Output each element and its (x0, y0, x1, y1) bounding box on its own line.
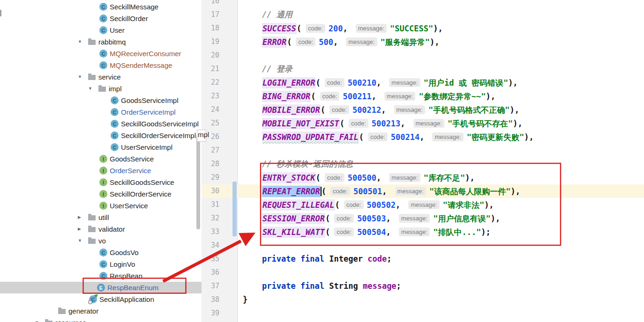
tree-item-utill[interactable]: ▶utill (0, 212, 202, 223)
tree-item-SeckillOrderService[interactable]: ISeckillOrderService (0, 188, 202, 200)
code-line-22[interactable]: 22LOGIN_ERROR(code:500210,message:"用户id … (202, 76, 644, 89)
tree-item-OrderService[interactable]: IOrderService (0, 165, 202, 176)
code-token-com: // 通用 (262, 10, 292, 19)
tree-item-vo[interactable]: ▼vo (0, 235, 202, 247)
tree-item-GoodsServiceImpl[interactable]: CGoodsServiceImpl (0, 95, 202, 106)
tree-item-SeckillGoodsService[interactable]: ISeckillGoodsService (0, 176, 202, 188)
code-line-20[interactable]: 20 (202, 49, 644, 62)
code-line-34[interactable]: 34 (202, 239, 644, 252)
tree-item-LoginVo[interactable]: CLoginVo (0, 258, 202, 270)
tree-item-SeckillMessage[interactable]: CSeckillMessage (0, 1, 202, 13)
code-text: SESSION_ERROR(code:500503,message:"用户信息有… (238, 212, 500, 225)
tree-item-OrderServiceImpl[interactable]: COrderServiceImpl (0, 106, 202, 118)
code-token-pln: , (419, 132, 424, 142)
code-token-enum: LOGIN_ERROR (262, 77, 316, 88)
interface-icon: I (99, 178, 107, 186)
code-token-num: 500503 (357, 214, 386, 223)
tree-item-RespBean[interactable]: CRespBean (0, 270, 202, 282)
tree-item-GoodsVo[interactable]: CGoodsVo (0, 247, 202, 258)
code-token-pln: , (343, 24, 347, 33)
code-line-17[interactable]: 17// 通用 (202, 8, 644, 22)
code-token-str: "参数绑定异常~~" (419, 92, 486, 101)
tree-item-service[interactable]: ▼service (0, 71, 202, 83)
tree-item-validator[interactable]: ▶validator (0, 223, 202, 235)
code-line-19[interactable]: 19ERROR(code:500,message:"服务端异常"), (202, 35, 644, 49)
code-token-pln: ), (486, 92, 495, 101)
chevron-expanded-icon[interactable]: ▼ (78, 239, 82, 243)
code-token-enum: MOBILE_NOT_EXIST (262, 118, 340, 129)
parameter-hint: code: (296, 37, 315, 46)
parameter-hint: code: (334, 214, 354, 223)
code-line-32[interactable]: 32SESSION_ERROR(code:500503,message:"用户信… (202, 212, 644, 225)
code-line-36[interactable]: 36 (202, 266, 644, 279)
parameter-hint: message: (346, 37, 377, 46)
code-line-27[interactable]: 27 (202, 144, 644, 157)
code-line-37[interactable]: 37private final String message; (202, 279, 644, 293)
line-number: 31 (202, 200, 219, 209)
code-text: ERROR(code:500,message:"服务端异常"), (238, 35, 440, 49)
code-line-25[interactable]: 25MOBILE_NOT_EXIST(code:500213,message:"… (202, 117, 644, 130)
chevron-expanded-icon[interactable]: ▼ (88, 87, 92, 91)
tree-item-label: rabbitmq (98, 37, 126, 46)
code-token-pln: ; (387, 254, 391, 263)
tree-item-RespBeanEnum[interactable]: ERespBeanEnum (0, 282, 202, 293)
code-line-23[interactable]: 23BING_ERROR(code:500211,message:"参数绑定异常… (202, 89, 644, 103)
code-line-35[interactable]: 35private final Integer code; (202, 252, 644, 266)
code-line-26[interactable]: 26PASSWROD_UPDATE_FAIL(code:500214,messa… (202, 130, 644, 144)
code-line-38[interactable]: 38} (202, 293, 644, 307)
code-text: LOGIN_ERROR(code:500210,message:"用户id 或 … (238, 76, 518, 89)
code-token-num: 500211 (343, 92, 371, 101)
code-token-pln: ( (359, 132, 364, 142)
tree-item-rabbitmq[interactable]: ▼rabbitmq (0, 36, 202, 48)
chevron-collapsed-icon[interactable]: ▶ (78, 227, 81, 231)
tree-item-resources[interactable]: ▼resources (0, 317, 202, 322)
tree-item-SeckillOrderServiceImpl[interactable]: CSeckillOrderServiceImpl (0, 130, 202, 141)
code-line-39[interactable]: 39 (202, 307, 644, 320)
code-line-28[interactable]: 28// 秒杀模块-返回的信息 (202, 157, 644, 171)
tree-item-label: SeckillGoodsService (110, 178, 174, 187)
tree-item-UserServiceImpl[interactable]: CUserServiceImpl (0, 141, 202, 153)
code-token-pln: , (396, 200, 400, 210)
tree-item-GoodsService[interactable]: IGoodsService (0, 153, 202, 165)
folder-icon (58, 309, 66, 314)
code-token-com: // 秒杀模块-返回的信息 (262, 159, 353, 168)
code-token-str: "手机号码不存在" (448, 119, 513, 128)
code-token-pln: ( (321, 105, 325, 115)
chevron-expanded-icon[interactable]: ▼ (78, 40, 82, 44)
tree-scrollbar-thumb[interactable] (196, 135, 200, 229)
chevron-expanded-icon[interactable]: ▼ (78, 75, 82, 79)
tree-item-SeckillApplication[interactable]: CSeckillApplication (0, 293, 202, 305)
parameter-hint: code: (329, 105, 349, 114)
tree-item-label: utill (98, 213, 109, 222)
code-token-pln: ), (510, 187, 520, 196)
line-number: 25 (202, 119, 219, 127)
code-token-com: // 登录 (262, 64, 292, 73)
parameter-hint: message: (356, 24, 387, 33)
code-token-pln: , (381, 105, 386, 115)
tree-item-User[interactable]: CUser (0, 24, 202, 36)
tree-item-UserService[interactable]: IUserService (0, 200, 202, 212)
tree-item-SeckillGoodsServiceImpl[interactable]: CSeckillGoodsServiceImpl (0, 118, 202, 130)
code-line-33[interactable]: 33SKL_KILL_WATT(code:500504,message:"排队中… (202, 225, 644, 239)
parameter-hint: code: (325, 173, 344, 182)
tree-item-generator[interactable]: generator (0, 305, 202, 317)
code-line-30[interactable]: 30REPEAT_ERROR(code:500501,message:"该商品每… (202, 184, 644, 198)
chevron-collapsed-icon[interactable]: ▶ (78, 215, 81, 220)
code-line-24[interactable]: 24MOBILE_ERROR(code:500212,message:"手机号码… (202, 103, 644, 117)
tree-item-MQReceiverConsumer[interactable]: CMQReceiverConsumer (0, 48, 202, 59)
code-token-enum: REQUEST_ILLEGAL (262, 199, 335, 211)
tree-item-MQSenderMessage[interactable]: CMQSenderMessage (0, 59, 202, 71)
code-token-pln: ), (430, 37, 439, 47)
code-token-enum: ERROR (262, 37, 287, 48)
code-line-18[interactable]: 18SUCCESS(code:200,message:"SUCCESS"), (202, 22, 644, 35)
tree-item-impl[interactable]: ▼impl (0, 83, 202, 95)
code-token-pln: ), (509, 105, 519, 115)
code-line-31[interactable]: 31REQUEST_ILLEGAL(code:500502,message:"请… (202, 198, 644, 212)
code-line-16[interactable]: 16 (202, 0, 644, 8)
tree-item-SeckillOrder[interactable]: CSeckillOrder (0, 13, 202, 24)
code-token-pln: ), (491, 214, 500, 223)
code-line-21[interactable]: 21// 登录 (202, 62, 644, 76)
class-icon: C (111, 132, 119, 139)
code-line-29[interactable]: 29ENTRY_STOCK(code:500500,message:"库存不足"… (202, 171, 644, 184)
code-text: MOBILE_NOT_EXIST(code:500213,message:"手机… (238, 117, 523, 130)
